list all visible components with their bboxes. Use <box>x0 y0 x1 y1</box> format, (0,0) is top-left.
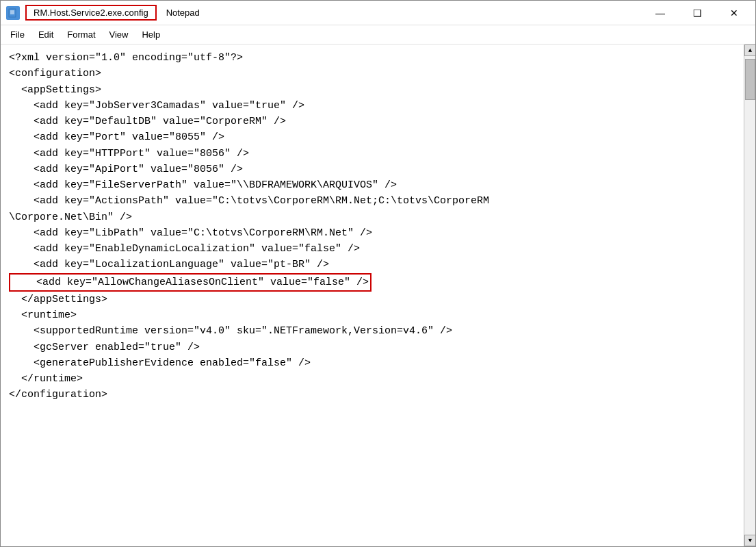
minimize-button[interactable]: — <box>644 3 676 23</box>
title-bar: RM.Host.Service2.exe.config Notepad — ❑ … <box>1 1 755 25</box>
app-name: Notepad <box>166 8 200 18</box>
text-editor[interactable]: <?xml version="1.0" encoding="utf-8"?> <… <box>1 44 744 546</box>
scroll-down-button[interactable]: ▼ <box>744 535 755 546</box>
menu-file[interactable]: File <box>3 28 31 41</box>
scroll-up-button[interactable]: ▲ <box>744 44 755 56</box>
menu-view[interactable]: View <box>103 28 135 41</box>
scroll-thumb-vertical[interactable] <box>745 59 755 100</box>
content-area: <?xml version="1.0" encoding="utf-8"?> <… <box>1 44 755 546</box>
app-icon <box>6 6 20 20</box>
menu-format[interactable]: Format <box>60 28 102 41</box>
notepad-window: RM.Host.Service2.exe.config Notepad — ❑ … <box>0 0 756 547</box>
highlighted-line: <add key="AllowChangeAliasesOnClient" va… <box>9 273 372 292</box>
scroll-track-vertical[interactable] <box>744 56 755 535</box>
menu-edit[interactable]: Edit <box>31 28 60 41</box>
vertical-scrollbar[interactable]: ▲ ▼ <box>744 44 755 546</box>
svg-rect-0 <box>9 9 16 17</box>
title-tab: RM.Host.Service2.exe.config <box>25 5 157 21</box>
title-bar-controls: — ❑ ✕ <box>644 3 750 23</box>
maximize-button[interactable]: ❑ <box>681 3 713 23</box>
title-bar-left: RM.Host.Service2.exe.config Notepad <box>6 5 200 21</box>
menu-bar: File Edit Format View Help <box>1 25 755 44</box>
close-button[interactable]: ✕ <box>718 3 750 23</box>
menu-help[interactable]: Help <box>135 28 167 41</box>
editor-content: <?xml version="1.0" encoding="utf-8"?> <… <box>9 50 735 403</box>
